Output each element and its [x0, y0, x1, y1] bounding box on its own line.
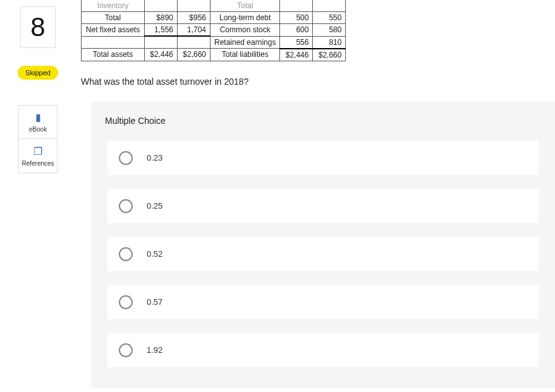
table-row: Total assets $2,446 $2,660 Total liabili…	[82, 49, 346, 61]
radio-icon	[119, 151, 133, 165]
references-button[interactable]: ❐ References	[18, 139, 58, 173]
skipped-badge: Skipped	[18, 66, 58, 80]
multiple-choice-area: Multiple Choice 0.23 0.25 0.52 0.57	[91, 102, 555, 388]
choice-label: 0.23	[147, 153, 162, 162]
book-icon: ▮	[35, 111, 41, 123]
table-row: Total $890 $956 Long-term debt 500 550	[82, 12, 346, 24]
choice-label: 0.52	[147, 249, 162, 259]
radio-icon	[119, 295, 133, 309]
choice-option[interactable]: 0.57	[107, 285, 539, 319]
ebook-button[interactable]: ▮ eBook	[18, 105, 58, 139]
choice-label: 0.25	[147, 201, 162, 211]
table-row: Retained earnings 556 810	[82, 36, 346, 49]
radio-icon	[119, 247, 133, 261]
table-row: Inventory Total	[82, 0, 346, 12]
question-text: What was the total asset turnover in 201…	[81, 77, 555, 87]
balance-sheet-table: Inventory Total Total $890 $956 Long-ter…	[81, 0, 346, 61]
references-button-label: References	[21, 160, 54, 167]
left-sidebar: 8 Skipped ▮ eBook ❐ References	[0, 0, 76, 173]
choice-label: 0.57	[147, 297, 162, 307]
references-icon: ❐	[34, 145, 42, 157]
radio-icon	[119, 343, 133, 357]
cell-prev-right-label: Total	[210, 0, 280, 12]
choice-option[interactable]: 0.23	[107, 141, 539, 175]
cell-prev-left-label: Inventory	[82, 0, 145, 12]
table-row: Net fixed assets 1,556 1,704 Common stoc…	[82, 24, 346, 37]
choice-label: 1.92	[147, 345, 162, 355]
choice-option[interactable]: 0.25	[107, 189, 539, 223]
radio-icon	[119, 199, 133, 213]
ebook-button-label: eBook	[29, 126, 47, 133]
multiple-choice-title: Multiple Choice	[102, 112, 544, 130]
choice-option[interactable]: 1.92	[107, 333, 539, 367]
choice-option[interactable]: 0.52	[107, 237, 539, 271]
main-content: Inventory Total Total $890 $956 Long-ter…	[76, 0, 555, 388]
question-number-box: 8	[20, 6, 56, 48]
